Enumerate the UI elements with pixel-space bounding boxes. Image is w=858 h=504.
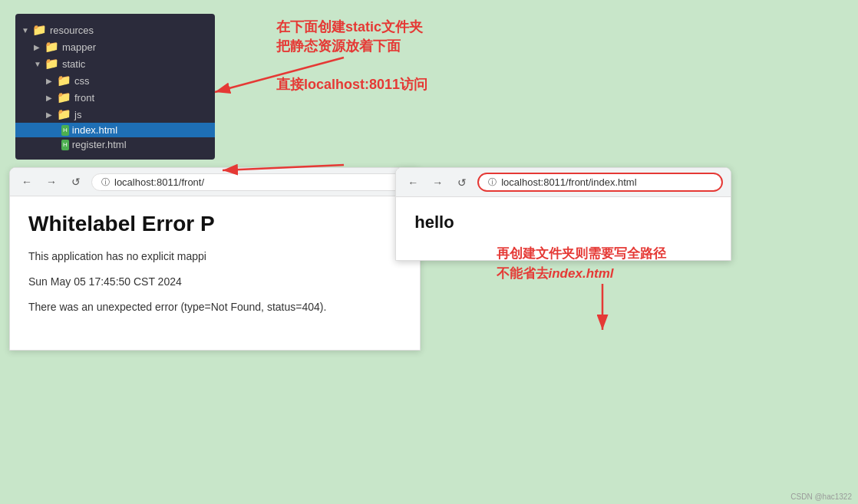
tree-arrow-static: ▼ xyxy=(34,60,45,68)
tree-item-css[interactable]: ▶ 📁 css xyxy=(15,72,215,89)
csdn-watermark: CSDN @hac1322 xyxy=(790,492,852,501)
browser-toolbar-left: ← → ↺ ⓘ localhost:8011/front/ xyxy=(10,168,420,196)
tree-item-label-css: css xyxy=(74,75,90,87)
annotation-middle: 直接localhost:8011访问 xyxy=(276,75,843,94)
address-bar-right[interactable]: ⓘ localhost:8011/front/index.html xyxy=(477,173,723,192)
tree-item-front[interactable]: ▶ 📁 front xyxy=(15,89,215,106)
lock-icon-left: ⓘ xyxy=(101,176,110,188)
browser-content-left: Whitelabel Error P This application has … xyxy=(10,196,420,350)
tree-item-label-front: front xyxy=(74,92,94,104)
tree-item-index-html[interactable]: H index.html xyxy=(15,123,215,137)
browser-toolbar-right: ← → ↺ ⓘ localhost:8011/front/index.html xyxy=(396,168,731,197)
tree-arrow-js: ▶ xyxy=(46,110,57,119)
lock-icon-right: ⓘ xyxy=(488,176,497,188)
tree-item-register-html[interactable]: H register.html xyxy=(15,137,215,152)
tree-item-label-index-html: index.html xyxy=(72,124,117,136)
address-bar-left[interactable]: ⓘ localhost:8011/front/ xyxy=(91,173,412,191)
hello-text: hello xyxy=(414,212,712,232)
annotation-top: 在下面创建static文件夹 把静态资源放着下面 xyxy=(276,18,843,56)
back-button-left[interactable]: ← xyxy=(18,173,36,191)
tree-arrow-mapper: ▶ xyxy=(34,43,45,51)
tree-item-label-static: static xyxy=(62,58,85,70)
top-section: ▼ 📁 resources ▶ 📁 mapper ▼ 📁 static ▶ 📁 … xyxy=(0,0,858,167)
url-text-left: localhost:8011/front/ xyxy=(114,176,204,188)
bottom-annotation-line1: 再创建文件夹则需要写全路径 xyxy=(497,244,826,264)
browser-left: ← → ↺ ⓘ localhost:8011/front/ Whitelabel… xyxy=(9,167,421,351)
forward-button-right[interactable]: → xyxy=(428,173,447,192)
file-tree-panel: ▼ 📁 resources ▶ 📁 mapper ▼ 📁 static ▶ 📁 … xyxy=(15,14,215,160)
tree-item-label-js: js xyxy=(74,109,81,120)
tree-arrow-front: ▶ xyxy=(46,94,57,102)
bottom-annotation: 再创建文件夹则需要写全路径 不能省去index.html xyxy=(497,244,826,283)
tree-arrow-resources: ▼ xyxy=(21,26,32,35)
forward-button-left[interactable]: → xyxy=(42,173,61,191)
browser-section: ← → ↺ ⓘ localhost:8011/front/ Whitelabel… xyxy=(9,167,849,351)
tree-item-label-register-html: register.html xyxy=(72,139,127,150)
tree-arrow-css: ▶ xyxy=(46,77,57,85)
refresh-button-left[interactable]: ↺ xyxy=(67,173,85,191)
tree-item-mapper[interactable]: ▶ 📁 mapper xyxy=(15,38,215,55)
tree-item-resources[interactable]: ▼ 📁 resources xyxy=(15,21,215,38)
back-button-right[interactable]: ← xyxy=(404,173,422,192)
annotation-top-line1: 在下面创建static文件夹 xyxy=(276,19,423,35)
annotation-middle-text: 直接localhost:8011访问 xyxy=(276,77,427,92)
error-body1: This application has no explicit mappi xyxy=(28,249,401,265)
annotations-top: 在下面创建static文件夹 把静态资源放着下面 直接localhost:801… xyxy=(230,14,843,95)
tree-item-static[interactable]: ▼ 📁 static xyxy=(15,55,215,72)
refresh-button-right[interactable]: ↺ xyxy=(453,173,471,192)
error-title: Whitelabel Error P xyxy=(28,212,401,236)
bottom-annotation-line2: 不能省去index.html xyxy=(497,264,826,284)
tree-item-js[interactable]: ▶ 📁 js xyxy=(15,106,215,123)
error-body2: Sun May 05 17:45:50 CST 2024 xyxy=(28,274,401,290)
annotation-top-line2: 把静态资源放着下面 xyxy=(276,38,401,54)
tree-item-label-mapper: mapper xyxy=(62,41,96,53)
error-body3: There was an unexpected error (type=Not … xyxy=(28,299,401,315)
url-text-right: localhost:8011/front/index.html xyxy=(501,176,636,188)
tree-item-label-resources: resources xyxy=(50,25,94,36)
